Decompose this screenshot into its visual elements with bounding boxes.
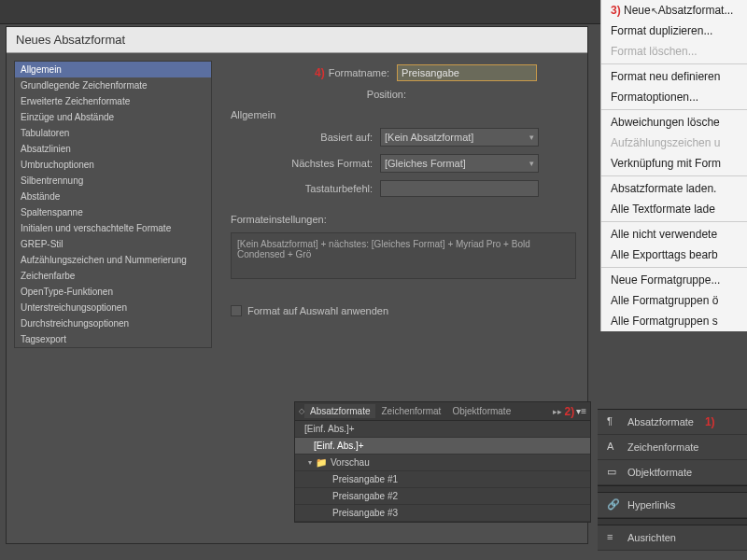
tab-absatzformate[interactable]: Absatzformate [304,404,375,418]
panel-label: Absatzformate [627,416,694,427]
menu-item[interactable]: Absatzformate laden. [601,178,747,199]
right-panel-dock: ¶Absatzformate1)AZeichenformate▭Objektfo… [598,409,747,551]
menu-item[interactable]: Alle Textformate lade [601,199,747,219]
sidebar-item-17[interactable]: Tagsexport [15,331,211,347]
menu-item[interactable]: 3) Neue↖Absatzformat... [601,0,747,21]
panel-divider [598,485,747,493]
cursor-icon: ↖ [651,6,658,16]
dock-panel-zeichenformate[interactable]: AZeichenformate [598,435,747,460]
panel-header-row: [Einf. Abs.]+ [295,421,590,438]
sidebar-item-16[interactable]: Durchstreichungsoptionen [15,315,211,331]
dialog-sidebar: AllgemeinGrundlegende ZeichenformateErwe… [7,53,219,543]
based-on-label: Basiert auf: [231,132,380,143]
menu-item: Format löschen... [601,41,747,62]
sidebar-item-1[interactable]: Grundlegende Zeichenformate [15,77,211,93]
panel-icon: A [607,441,620,454]
next-style-dropdown[interactable]: [Gleiches Format] [380,154,539,173]
sidebar-item-13[interactable]: Zeichenfarbe [15,268,211,284]
folder-icon: 📁 [316,457,327,468]
style-folder-vorschau[interactable]: ▾ 📁 Vorschau [295,455,590,471]
marker-3: 3) [611,4,624,17]
shortcut-input[interactable] [380,180,539,197]
panel-menu-icon[interactable]: ▾≡ [576,406,586,416]
based-on-dropdown[interactable]: [Kein Absatzformat] [380,128,539,147]
sidebar-item-8[interactable]: Abstände [15,189,211,204]
next-style-label: Nächstes Format: [231,158,380,169]
menu-separator [601,63,747,64]
apply-to-selection-label: Format auf Auswahl anwenden [247,305,388,316]
settings-summary-box: [Kein Absatzformat] + nächstes: [Gleiche… [231,232,576,279]
menu-item[interactable]: Format duplizieren... [601,21,747,41]
styles-panel: ◇ Absatzformate Zeichenformat Objektform… [294,401,591,523]
sidebar-item-5[interactable]: Absatzlinien [15,141,211,157]
sidebar-item-9[interactable]: Spaltenspanne [15,204,211,220]
folder-disclosure-icon[interactable]: ▾ [308,458,312,467]
menu-item[interactable]: Neue Formatgruppe... [601,270,747,290]
sidebar-item-2[interactable]: Erweiterte Zeichenformate [15,93,211,109]
menu-item[interactable]: Format neu definieren [601,66,747,87]
menu-item[interactable]: Alle Exporttags bearb [601,245,747,265]
dialog-title: Neues Absatzformat [7,27,587,53]
marker-2: 2) [564,405,574,418]
app-topbar [0,0,600,24]
menu-item[interactable]: Alle nicht verwendete [601,224,747,245]
formatname-input[interactable] [397,64,537,81]
apply-to-selection-checkbox[interactable] [231,305,242,316]
menu-separator [601,109,747,110]
menu-separator [601,221,747,222]
sidebar-item-14[interactable]: OpenType-Funktionen [15,284,211,300]
panel-label: Zeichenformate [627,441,698,453]
menu-item[interactable]: Alle Formatgruppen s [601,311,747,331]
section-heading: Allgemein [231,109,576,120]
panel-divider [598,518,747,525]
menu-separator [601,175,747,176]
style-item[interactable]: Preisangabe #3 [295,505,590,522]
sidebar-item-12[interactable]: Aufzählungszeichen und Nummerierung [15,252,211,268]
panel-expand-icon[interactable]: ▸▸ [553,407,562,416]
marker-1: 1) [705,415,715,428]
dock-panel-objektformate[interactable]: ▭Objektformate [598,460,747,485]
panel-label: Hyperlinks [627,499,675,511]
style-item[interactable]: Preisangabe #1 [295,471,590,488]
style-item[interactable]: Preisangabe #2 [295,488,590,505]
settings-header: Formateinstellungen: [231,214,576,225]
sidebar-item-15[interactable]: Unterstreichungsoptionen [15,300,211,315]
shortcut-label: Tastaturbefehl: [231,183,380,194]
formatname-label: Formatname: [329,67,397,78]
panel-icon: 🔗 [607,498,620,511]
tab-objektformate[interactable]: Objektformate [446,404,516,418]
panel-context-menu: 3) Neue↖Absatzformat...Format dupliziere… [600,0,747,331]
sidebar-item-0[interactable]: Allgemein [15,62,211,77]
menu-separator [601,267,747,268]
style-basic-paragraph[interactable]: [Einf. Abs.]+ [295,438,590,455]
panel-label: Ausrichten [627,532,676,543]
settings-summary-text: [Kein Absatzformat] + nächstes: [Gleiche… [237,239,530,259]
marker-4: 4) [315,66,325,79]
menu-item: Aufzählungszeichen u [601,133,747,153]
position-label: Position: [231,89,414,100]
folder-label: Vorschau [331,457,370,468]
sidebar-item-4[interactable]: Tabulatoren [15,125,211,141]
sidebar-item-11[interactable]: GREP-Stil [15,236,211,252]
sidebar-item-7[interactable]: Silbentrennung [15,173,211,189]
menu-item[interactable]: Alle Formatgruppen ö [601,290,747,311]
dock-panel-ausrichten[interactable]: ≡Ausrichten [598,525,747,551]
menu-item[interactable]: Verknüpfung mit Form [601,153,747,174]
menu-item[interactable]: Formatoptionen... [601,87,747,107]
dock-panel-absatzformate[interactable]: ¶Absatzformate1) [598,410,747,435]
panel-icon: ▭ [607,466,620,479]
dock-panel-hyperlinks[interactable]: 🔗Hyperlinks [598,493,747,518]
sidebar-item-10[interactable]: Initialen und verschachtelte Formate [15,220,211,236]
menu-item[interactable]: Abweichungen lösche [601,112,747,133]
sidebar-item-6[interactable]: Umbruchoptionen [15,157,211,173]
panel-tabs: ◇ Absatzformate Zeichenformat Objektform… [295,402,590,421]
tab-zeichenformat[interactable]: Zeichenformat [375,404,446,418]
panel-icon: ≡ [607,531,620,544]
panel-icon: ¶ [607,415,620,428]
sidebar-item-3[interactable]: Einzüge und Abstände [15,109,211,125]
panel-label: Objektformate [627,467,692,478]
